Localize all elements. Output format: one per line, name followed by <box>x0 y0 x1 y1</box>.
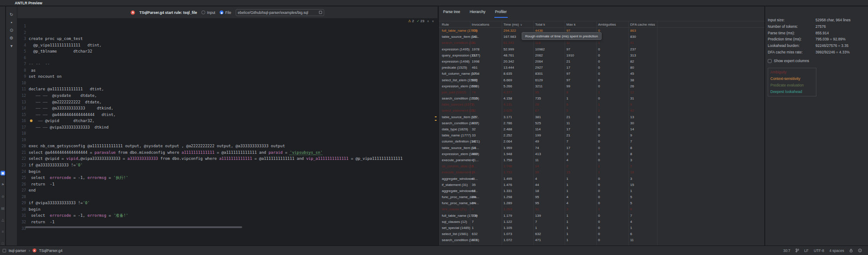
table-row[interactable]: full_table_name (1775)925294.32244369708… <box>439 28 764 34</box>
table-row[interactable]: search_condition (1517)4702.78652511030 <box>439 120 764 126</box>
code-line[interactable]: 2 <box>17 30 437 36</box>
code-editor[interactable]: 123create proc up_com_test4 @p_vipa11111… <box>17 18 437 245</box>
code-line[interactable]: 17 —— —— @vipa333333333333 dtkind <box>17 124 437 131</box>
code-line[interactable]: 19 <box>17 137 437 143</box>
radio-circle-icon[interactable] <box>201 10 205 14</box>
table-row[interactable]: aggregate_windowed...41.4954103 <box>439 176 764 182</box>
horizontal-scrollbar[interactable] <box>25 226 242 228</box>
table-row[interactable]: sql_clauses (12)71.1227104 <box>439 219 764 225</box>
column-header[interactable]: Invocations <box>470 23 502 26</box>
table-row[interactable]: search_condition (1516)4711.0724711011 <box>439 237 764 243</box>
antlr-preview-tool-icon[interactable]: ▣ <box>0 171 5 176</box>
code-line[interactable]: 25 select errorcode = -1, errormsg = '执行… <box>17 175 437 181</box>
code-line[interactable]: 10 <box>17 80 437 86</box>
expert-columns-checkbox[interactable]: Show expert columns <box>768 58 868 64</box>
table-row[interactable]: select_list_elem (1592)6326.669612997038 <box>439 77 764 83</box>
code-line[interactable]: 24begin <box>17 169 437 175</box>
table-row[interactable]: table_source_item (16...141167.983179521… <box>439 34 764 40</box>
table-row[interactable]: execute_parameter (1...41.75811403 <box>439 157 764 163</box>
table-row[interactable]: search_condition (1519)7354.1587351031 <box>439 96 764 102</box>
notifications-icon[interactable] <box>858 248 862 252</box>
table-row[interactable]: data_type (1829)322.48811417014 <box>439 126 764 132</box>
code-line[interactable]: 28 <box>17 194 437 200</box>
code-line[interactable]: 9set nocount on <box>17 73 437 80</box>
table-row[interactable]: table_sources (1575)74.13128619 <box>439 102 764 108</box>
code-line[interactable]: 6 <box>17 55 437 61</box>
code-line[interactable]: 30begin <box>17 206 437 213</box>
code-line[interactable]: 31 select errorcode = -1, errormsg = '准备… <box>17 212 437 219</box>
code-line[interactable]: 29if @vipa333333333333 !='0' <box>17 200 437 206</box>
code-line[interactable]: 18 <box>17 130 437 137</box>
inspection-widget[interactable]: ⚠ 2 ✓ 23 ∧ ∨ <box>408 19 434 23</box>
code-line[interactable]: 5 @p_tblname dtchar32 <box>17 48 437 55</box>
radio-selected-icon[interactable] <box>220 10 224 14</box>
code-line[interactable]: 20exec nb_com_getsysconfig @a11111111111… <box>17 143 437 149</box>
table-row[interactable]: aggregate_windowed...181.33118101 <box>439 188 764 194</box>
error-stripe-mark[interactable] <box>435 116 437 117</box>
code-line[interactable]: 23if @a333333333333 !='0' <box>17 162 437 169</box>
code-line[interactable]: 12 —— —— @sysdate dtdate, <box>17 93 437 99</box>
breadcrumb-project[interactable]: tsql-parser <box>9 248 26 253</box>
code-line[interactable]: 21select @a4444444444444444 = paravalue … <box>17 149 437 156</box>
tab-profiler[interactable]: Profiler <box>494 7 508 18</box>
code-line[interactable]: 1 <box>17 23 437 30</box>
code-line[interactable]: 4 @p_vipa1111111111111 dtint, <box>17 42 437 49</box>
table-row[interactable]: query_expression (1527)11748.76120621910… <box>439 53 764 59</box>
checkbox-icon[interactable] <box>768 59 772 63</box>
browse-file-icon[interactable] <box>319 11 322 14</box>
code-line[interactable]: 8 as <box>17 67 437 74</box>
table-row[interactable]: func_proc_name_serv...241.28995405 <box>439 200 764 206</box>
prev-problem-icon[interactable]: ∧ <box>427 20 429 23</box>
encoding-selector[interactable]: UTF-8 <box>814 248 824 253</box>
table-row[interactable]: table_source_item (15...1273.17138121013 <box>439 114 764 120</box>
table-row[interactable]: expression_elem (1590)6115.266321199026 <box>439 83 764 89</box>
table-row[interactable]: table_name (1777)332.2521992109 <box>439 132 764 139</box>
code-line[interactable]: 27end <box>17 187 437 194</box>
table-row[interactable]: column_definition (1421)182.06449707 <box>439 139 764 145</box>
table-row[interactable]: expression (1495)197852.99910982970237 <box>439 46 764 53</box>
code-line[interactable]: 15 —— —— @a4444444444444444 dtint, <box>17 112 437 118</box>
next-problem-icon[interactable]: ∨ <box>432 20 434 23</box>
table-row[interactable]: execute_statement (4...21.7333915118 <box>439 169 764 176</box>
line-ending-selector[interactable]: LF <box>804 248 809 253</box>
code-line[interactable]: 3create proc up_com_test <box>17 36 437 42</box>
error-stripe-mark[interactable] <box>435 120 437 121</box>
file-radio[interactable]: File <box>220 10 231 15</box>
passed-count[interactable]: 23 <box>421 19 424 23</box>
indent-selector[interactable]: 4 spaces <box>829 248 844 253</box>
lock-icon[interactable] <box>849 248 853 252</box>
column-header[interactable]: Time (ms)∨ <box>502 23 533 26</box>
table-row[interactable]: full_column_name (17...10948.63583019704… <box>439 71 764 77</box>
settings-icon[interactable]: ⚙ <box>8 35 15 41</box>
code-line[interactable]: 16 —— @vipid dtchar32, <box>17 118 437 124</box>
tab-parse-tree[interactable]: Parse tree <box>442 7 461 18</box>
column-header[interactable]: Rule <box>439 23 470 26</box>
terminal-icon[interactable]: ≡ <box>0 229 5 234</box>
table-row[interactable]: join_part (1602)744.377958112 <box>439 89 764 96</box>
breadcrumb[interactable]: tsql-parser › A TSqlParser.g4 <box>3 248 62 253</box>
table-row[interactable]: func_proc_name_data...241.29895405 <box>439 194 764 200</box>
warning-count[interactable]: 2 <box>412 19 414 23</box>
table-row[interactable]: search_condition (15...3661.34311811141 <box>439 40 764 46</box>
code-line[interactable]: 32 return -1 <box>17 219 437 225</box>
table-row[interactable]: set_special (1485)11.1051101 <box>439 225 764 231</box>
table-row[interactable]: select_statement (13...523.625675142 <box>439 108 764 114</box>
file-path-input[interactable]: ebelice/Github/tsql-parser/examples/big.… <box>236 9 324 16</box>
code-line[interactable]: 14 —— —— @a333333333333 dtkind, <box>17 105 437 112</box>
locate-icon[interactable]: ⊙ <box>8 27 15 33</box>
refresh-icon[interactable]: ↻ <box>8 11 15 18</box>
caret-position[interactable]: 30:7 <box>783 248 790 253</box>
code-line[interactable]: 26 return -1 <box>17 181 437 188</box>
code-line[interactable]: 13 —— —— @a2222222222 dtdate, <box>17 99 437 106</box>
input-radio[interactable]: Input <box>201 10 215 15</box>
file-path-value[interactable]: ebelice/Github/tsql-parser/examples/big.… <box>238 10 317 15</box>
column-header[interactable]: Max k <box>565 23 596 26</box>
find-icon[interactable]: ⊙ <box>0 194 5 199</box>
code-line[interactable]: 11declare @a1111111111111 dtint, <box>17 86 437 93</box>
problems-icon[interactable]: △ <box>0 218 5 222</box>
bookmarks-icon[interactable]: ⚑ <box>0 182 5 187</box>
table-row[interactable]: expression (1498)199820.342206421082 <box>439 59 764 65</box>
table-row[interactable]: as_column_alias (16...31.74814212 <box>439 163 764 169</box>
tab-hierarchy[interactable]: Hierarchy <box>469 7 486 18</box>
table-row[interactable]: select_list (1581)6321.073632106 <box>439 231 764 237</box>
